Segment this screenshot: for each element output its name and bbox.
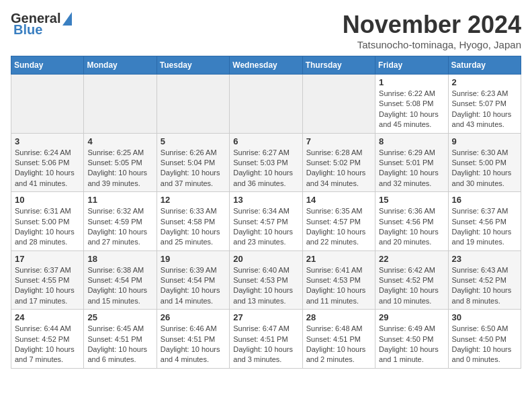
- logo: General Blue: [11, 11, 72, 38]
- weekday-header-sunday: Sunday: [11, 56, 84, 75]
- day-info: Sunrise: 6:33 AMSunset: 4:58 PMDaylight:…: [161, 206, 226, 248]
- calendar-day-cell: 12Sunrise: 6:33 AMSunset: 4:58 PMDayligh…: [157, 192, 229, 251]
- calendar-day-cell: [84, 75, 157, 134]
- day-info: Sunrise: 6:34 AMSunset: 4:57 PMDaylight:…: [233, 206, 298, 248]
- calendar-week-row: 17Sunrise: 6:37 AMSunset: 4:55 PMDayligh…: [11, 250, 521, 310]
- calendar-day-cell: 25Sunrise: 6:45 AMSunset: 4:51 PMDayligh…: [84, 310, 157, 369]
- day-number: 16: [452, 195, 517, 205]
- calendar-day-cell: 30Sunrise: 6:50 AMSunset: 4:50 PMDayligh…: [448, 310, 521, 369]
- logo-arrow-icon: [62, 12, 72, 26]
- day-info: Sunrise: 6:35 AMSunset: 4:57 PMDaylight:…: [306, 206, 371, 248]
- day-info: Sunrise: 6:49 AMSunset: 4:50 PMDaylight:…: [379, 324, 444, 365]
- day-info: Sunrise: 6:41 AMSunset: 4:53 PMDaylight:…: [306, 265, 371, 307]
- day-number: 13: [233, 195, 298, 205]
- calendar-day-cell: 22Sunrise: 6:42 AMSunset: 4:52 PMDayligh…: [375, 250, 448, 310]
- weekday-header-wednesday: Wednesday: [230, 56, 302, 75]
- day-number: 12: [161, 195, 226, 205]
- weekday-header-thursday: Thursday: [302, 56, 375, 75]
- day-info: Sunrise: 6:42 AMSunset: 4:52 PMDaylight:…: [379, 265, 444, 307]
- calendar-day-cell: 1Sunrise: 6:22 AMSunset: 5:08 PMDaylight…: [375, 75, 448, 134]
- day-number: 17: [15, 254, 80, 264]
- calendar-day-cell: 14Sunrise: 6:35 AMSunset: 4:57 PMDayligh…: [302, 192, 375, 251]
- calendar-day-cell: 28Sunrise: 6:48 AMSunset: 4:51 PMDayligh…: [302, 310, 375, 369]
- calendar-day-cell: 9Sunrise: 6:30 AMSunset: 5:00 PMDaylight…: [448, 133, 521, 192]
- day-number: 18: [87, 254, 152, 264]
- calendar-day-cell: 21Sunrise: 6:41 AMSunset: 4:53 PMDayligh…: [302, 250, 375, 310]
- day-info: Sunrise: 6:31 AMSunset: 5:00 PMDaylight:…: [15, 206, 80, 248]
- calendar-day-cell: 15Sunrise: 6:36 AMSunset: 4:56 PMDayligh…: [375, 192, 448, 251]
- calendar-day-cell: [157, 75, 229, 134]
- day-info: Sunrise: 6:26 AMSunset: 5:04 PMDaylight:…: [161, 148, 226, 189]
- day-info: Sunrise: 6:40 AMSunset: 4:53 PMDaylight:…: [233, 265, 298, 307]
- calendar-week-row: 1Sunrise: 6:22 AMSunset: 5:08 PMDaylight…: [11, 75, 521, 134]
- calendar-day-cell: 27Sunrise: 6:47 AMSunset: 4:51 PMDayligh…: [230, 310, 302, 369]
- day-number: 28: [306, 312, 371, 322]
- day-number: 14: [306, 195, 371, 205]
- calendar-day-cell: 29Sunrise: 6:49 AMSunset: 4:50 PMDayligh…: [375, 310, 448, 369]
- title-block: November 2024 Tatsunocho-tominaga, Hyogo…: [343, 11, 521, 50]
- logo-blue: Blue: [13, 22, 42, 38]
- day-info: Sunrise: 6:25 AMSunset: 5:05 PMDaylight:…: [87, 148, 152, 189]
- day-number: 23: [452, 254, 517, 264]
- day-info: Sunrise: 6:39 AMSunset: 4:54 PMDaylight:…: [161, 265, 226, 307]
- calendar-day-cell: 24Sunrise: 6:44 AMSunset: 4:52 PMDayligh…: [11, 310, 84, 369]
- day-info: Sunrise: 6:36 AMSunset: 4:56 PMDaylight:…: [379, 206, 444, 248]
- weekday-header-saturday: Saturday: [448, 56, 521, 75]
- day-info: Sunrise: 6:22 AMSunset: 5:08 PMDaylight:…: [379, 89, 444, 130]
- calendar-day-cell: 10Sunrise: 6:31 AMSunset: 5:00 PMDayligh…: [11, 192, 84, 251]
- calendar-week-row: 24Sunrise: 6:44 AMSunset: 4:52 PMDayligh…: [11, 310, 521, 369]
- day-info: Sunrise: 6:27 AMSunset: 5:03 PMDaylight:…: [233, 148, 298, 189]
- calendar-day-cell: 17Sunrise: 6:37 AMSunset: 4:55 PMDayligh…: [11, 250, 84, 310]
- calendar-day-cell: [302, 75, 375, 134]
- calendar-day-cell: 4Sunrise: 6:25 AMSunset: 5:05 PMDaylight…: [84, 133, 157, 192]
- day-number: 7: [306, 136, 371, 146]
- day-info: Sunrise: 6:29 AMSunset: 5:01 PMDaylight:…: [379, 148, 444, 189]
- day-number: 3: [15, 136, 80, 146]
- day-number: 20: [233, 254, 298, 264]
- day-info: Sunrise: 6:43 AMSunset: 4:52 PMDaylight:…: [452, 265, 517, 307]
- day-info: Sunrise: 6:23 AMSunset: 5:07 PMDaylight:…: [452, 89, 517, 130]
- day-info: Sunrise: 6:28 AMSunset: 5:02 PMDaylight:…: [306, 148, 371, 189]
- day-info: Sunrise: 6:37 AMSunset: 4:55 PMDaylight:…: [15, 265, 80, 307]
- calendar-day-cell: [230, 75, 302, 134]
- day-number: 30: [452, 312, 517, 322]
- day-number: 5: [161, 136, 226, 146]
- day-number: 21: [306, 254, 371, 264]
- weekday-header-monday: Monday: [84, 56, 157, 75]
- day-number: 9: [452, 136, 517, 146]
- calendar-day-cell: 11Sunrise: 6:32 AMSunset: 4:59 PMDayligh…: [84, 192, 157, 251]
- day-number: 8: [379, 136, 444, 146]
- day-info: Sunrise: 6:24 AMSunset: 5:06 PMDaylight:…: [15, 148, 80, 189]
- calendar-day-cell: 8Sunrise: 6:29 AMSunset: 5:01 PMDaylight…: [375, 133, 448, 192]
- calendar-day-cell: 3Sunrise: 6:24 AMSunset: 5:06 PMDaylight…: [11, 133, 84, 192]
- calendar-day-cell: 13Sunrise: 6:34 AMSunset: 4:57 PMDayligh…: [230, 192, 302, 251]
- calendar-week-row: 3Sunrise: 6:24 AMSunset: 5:06 PMDaylight…: [11, 133, 521, 192]
- location-subtitle: Tatsunocho-tominaga, Hyogo, Japan: [343, 39, 521, 50]
- day-number: 11: [87, 195, 152, 205]
- page-header: General Blue November 2024 Tatsunocho-to…: [11, 11, 521, 50]
- calendar-day-cell: 23Sunrise: 6:43 AMSunset: 4:52 PMDayligh…: [448, 250, 521, 310]
- calendar-day-cell: 20Sunrise: 6:40 AMSunset: 4:53 PMDayligh…: [230, 250, 302, 310]
- day-info: Sunrise: 6:32 AMSunset: 4:59 PMDaylight:…: [87, 206, 152, 248]
- day-info: Sunrise: 6:38 AMSunset: 4:54 PMDaylight:…: [87, 265, 152, 307]
- weekday-header-row: SundayMondayTuesdayWednesdayThursdayFrid…: [11, 56, 521, 75]
- calendar-day-cell: 5Sunrise: 6:26 AMSunset: 5:04 PMDaylight…: [157, 133, 229, 192]
- calendar-day-cell: [11, 75, 84, 134]
- weekday-header-tuesday: Tuesday: [157, 56, 229, 75]
- calendar-week-row: 10Sunrise: 6:31 AMSunset: 5:00 PMDayligh…: [11, 192, 521, 251]
- day-number: 4: [87, 136, 152, 146]
- day-info: Sunrise: 6:48 AMSunset: 4:51 PMDaylight:…: [306, 324, 371, 365]
- calendar-day-cell: 7Sunrise: 6:28 AMSunset: 5:02 PMDaylight…: [302, 133, 375, 192]
- calendar-day-cell: 6Sunrise: 6:27 AMSunset: 5:03 PMDaylight…: [230, 133, 302, 192]
- day-info: Sunrise: 6:44 AMSunset: 4:52 PMDaylight:…: [15, 324, 80, 365]
- calendar-table: SundayMondayTuesdayWednesdayThursdayFrid…: [11, 56, 521, 369]
- month-year-title: November 2024: [343, 11, 521, 39]
- day-number: 25: [87, 312, 152, 322]
- day-info: Sunrise: 6:37 AMSunset: 4:56 PMDaylight:…: [452, 206, 517, 248]
- day-number: 15: [379, 195, 444, 205]
- day-number: 10: [15, 195, 80, 205]
- day-number: 24: [15, 312, 80, 322]
- day-info: Sunrise: 6:30 AMSunset: 5:00 PMDaylight:…: [452, 148, 517, 189]
- day-info: Sunrise: 6:47 AMSunset: 4:51 PMDaylight:…: [233, 324, 298, 365]
- day-info: Sunrise: 6:50 AMSunset: 4:50 PMDaylight:…: [452, 324, 517, 365]
